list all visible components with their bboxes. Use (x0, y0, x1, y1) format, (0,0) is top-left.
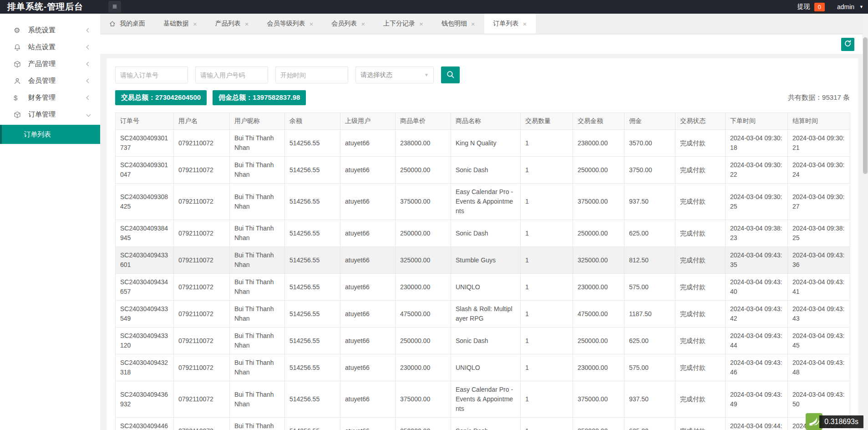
cube-icon (14, 111, 25, 118)
table-cell: SC24030409308425 (116, 184, 174, 220)
close-icon[interactable]: × (471, 20, 475, 28)
close-icon[interactable]: × (523, 20, 527, 28)
close-icon[interactable]: × (361, 20, 365, 28)
caret-down-icon[interactable]: ▼ (859, 5, 863, 9)
tab[interactable]: 我的桌面 (100, 14, 154, 34)
close-icon[interactable]: × (419, 20, 423, 28)
tab[interactable]: 钱包明细× (432, 14, 484, 34)
sidebar-item[interactable]: 订单管理 (0, 106, 100, 123)
start-time-input[interactable] (275, 67, 348, 83)
scrollbar-track[interactable] (863, 14, 868, 430)
tab[interactable]: 订单列表× (484, 14, 536, 34)
sidebar-item[interactable]: 站点设置 (0, 39, 100, 56)
table-cell: 0792110072 (174, 220, 230, 247)
table-row: SC240304094369320792110072Bui Thi Thanh … (116, 381, 850, 418)
chevron-down-icon (86, 113, 91, 117)
home-icon (109, 20, 116, 27)
table-cell: 3570.00 (624, 130, 675, 157)
tab-label: 订单列表 (493, 20, 519, 28)
user-no-input[interactable] (195, 67, 268, 83)
status-select[interactable]: 请选择状态 ▼ (355, 67, 434, 83)
table-cell: Bui Thi Thanh Nhan (230, 418, 285, 430)
table-cell: SC24030409432318 (116, 354, 174, 381)
table-cell: Bui Thi Thanh Nhan (230, 157, 285, 184)
withdraw-link[interactable]: 提现 (797, 3, 810, 11)
column-header: 用户昵称 (230, 113, 285, 130)
tab-label: 上下分记录 (383, 20, 415, 28)
sidebar-item[interactable]: 会员管理 (0, 72, 100, 89)
close-icon[interactable]: × (245, 20, 249, 28)
table-cell: 230000.00 (573, 354, 624, 381)
table-row: SC240304094346570792110072Bui Thi Thanh … (116, 274, 850, 301)
table-cell: 完成付款 (675, 157, 726, 184)
table-cell: 475000.00 (396, 301, 451, 328)
column-header: 商品名称 (451, 113, 521, 130)
refresh-button[interactable] (841, 38, 854, 51)
withdraw-count-badge[interactable]: 0 (814, 3, 825, 11)
table-cell: 1 (521, 130, 573, 157)
table-row: SC240304094331200792110072Bui Thi Thanh … (116, 328, 850, 354)
table-cell: 250000.00 (396, 328, 451, 354)
table-cell: 完成付款 (675, 247, 726, 274)
close-icon[interactable]: × (193, 20, 197, 28)
table-cell: 2024-03-04 09:38:25 (788, 220, 850, 247)
table-cell: 2024-03-04 09:43:43 (788, 301, 850, 328)
status-select-value: 请选择状态 (360, 71, 392, 79)
sidebar-subitem[interactable]: 订单列表 (0, 125, 100, 144)
sidebar-item-label: 会员管理 (28, 77, 56, 85)
column-header: 订单号 (116, 113, 174, 130)
table-cell: 2024-03-04 09:44:23 (726, 418, 788, 430)
scrollbar-thumb[interactable] (863, 37, 868, 174)
table-cell: 514256.55 (285, 301, 340, 328)
sidebar-item[interactable]: ⚙系统设置 (0, 22, 100, 39)
table-cell: Slash & Roll: Multiplayer RPG (451, 301, 521, 328)
column-header: 结算时间 (788, 113, 850, 130)
table-cell: Sonic Dash (451, 157, 521, 184)
tab[interactable]: 产品列表× (206, 14, 258, 34)
table-cell: 1 (521, 157, 573, 184)
sidebar-item[interactable]: 产品管理 (0, 56, 100, 72)
sidebar-item[interactable]: $财务管理 (0, 89, 100, 106)
table-cell: 0792110072 (174, 274, 230, 301)
table-cell: 514256.55 (285, 184, 340, 220)
trade-total-badge[interactable]: 交易总额：273042604500 (115, 90, 207, 105)
table-cell: SC24030409436932 (116, 381, 174, 418)
table-cell: 2024-03-04 09:43:35 (726, 247, 788, 274)
orders-tbody: SC240304093017370792110072Bui Thi Thanh … (116, 130, 850, 430)
order-no-input[interactable] (115, 67, 188, 83)
tab[interactable]: 基础数据× (154, 14, 206, 34)
table-cell: 375000.00 (396, 381, 451, 418)
filter-row: 请选择状态 ▼ (115, 67, 850, 83)
table-cell: atuyet66 (340, 274, 396, 301)
table-cell: 0792110072 (174, 418, 230, 430)
table-row: SC240304094336010792110072Bui Thi Thanh … (116, 247, 850, 274)
table-cell: 2024-03-04 09:43:41 (788, 274, 850, 301)
table-cell: SC24030409384945 (116, 220, 174, 247)
tab-label: 会员等级列表 (267, 20, 305, 28)
search-button[interactable] (441, 67, 460, 83)
table-cell: 250000.00 (396, 157, 451, 184)
commission-total-badge[interactable]: 佣金总额：1397582837.98 (213, 90, 306, 105)
table-row: SC240304094461550792110072Bui Thi Thanh … (116, 418, 850, 430)
table-cell: 514256.55 (285, 130, 340, 157)
tab-label: 基础数据 (163, 20, 189, 28)
table-cell: 514256.55 (285, 418, 340, 430)
table-cell: 1 (521, 328, 573, 354)
tab[interactable]: 上下分记录× (374, 14, 432, 34)
table-cell: SC24030409433549 (116, 301, 174, 328)
table-row: SC240304093010470792110072Bui Thi Thanh … (116, 157, 850, 184)
column-header: 用户名 (174, 113, 230, 130)
table-cell: 2024-03-04 09:30:24 (788, 157, 850, 184)
menu-icon[interactable]: ≡ (108, 1, 121, 13)
table-cell: SC24030409301047 (116, 157, 174, 184)
column-header: 余额 (285, 113, 340, 130)
gear-icon: ⚙ (14, 26, 25, 35)
column-header: 佣金 (624, 113, 675, 130)
close-icon[interactable]: × (310, 20, 314, 28)
table-header-row: 订单号用户名用户昵称余额上级用户商品单价商品名称交易数量交易金额佣金交易状态下单… (116, 113, 850, 130)
tab[interactable]: 会员等级列表× (258, 14, 323, 34)
admin-menu[interactable]: admin (837, 3, 854, 10)
tab-label: 产品列表 (215, 20, 241, 28)
tab[interactable]: 会员列表× (322, 14, 374, 34)
column-header: 商品单价 (396, 113, 451, 130)
